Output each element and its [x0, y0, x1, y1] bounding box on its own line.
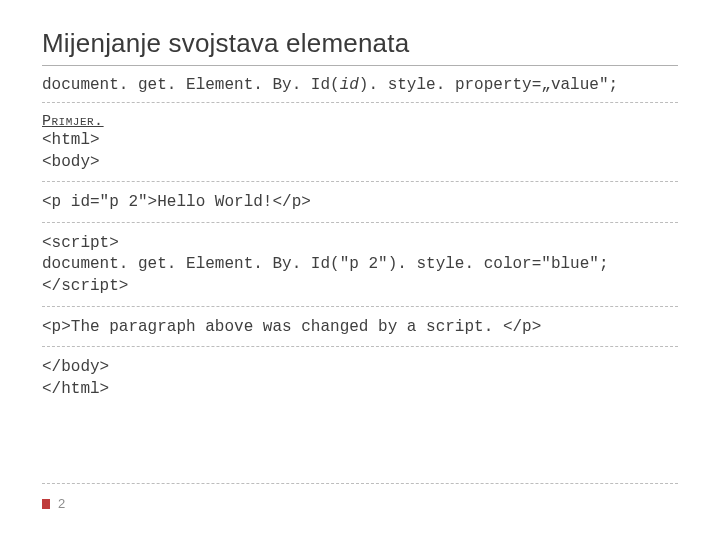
- code-line-4: <script>: [42, 234, 119, 252]
- code-line-3: <p id="p 2">Hello World!</p>: [42, 193, 311, 211]
- code-line-1: <html>: [42, 131, 100, 149]
- divider-dashed-3: [42, 222, 678, 223]
- code-block-htmlclose: </body> </html>: [42, 357, 678, 400]
- code-line-8: </body>: [42, 358, 109, 376]
- code-line-6: </script>: [42, 277, 128, 295]
- example-label: Primjer.: [42, 113, 678, 130]
- code-block-script: <script> document. get. Element. By. Id(…: [42, 233, 678, 298]
- code-line-9: </html>: [42, 380, 109, 398]
- code-line-2: <body>: [42, 153, 100, 171]
- page-number: 2: [58, 496, 65, 511]
- divider-dashed-4: [42, 306, 678, 307]
- divider-dashed-5: [42, 346, 678, 347]
- accent-icon: [42, 499, 50, 509]
- code-block-p2: <p>The paragraph above was changed by a …: [42, 317, 678, 339]
- syntax-line: document. get. Element. By. Id(id). styl…: [42, 76, 678, 94]
- code-block-htmlopen: <html> <body>: [42, 130, 678, 173]
- divider-strong: [42, 65, 678, 66]
- divider-dashed-footer: [42, 483, 678, 484]
- footer: 2: [42, 483, 678, 512]
- slide-title: Mijenjanje svojstava elemenata: [42, 28, 678, 59]
- slide: Mijenjanje svojstava elemenata document.…: [0, 0, 720, 540]
- syntax-prefix: document. get. Element. By. Id(: [42, 76, 340, 94]
- divider-dashed-2: [42, 181, 678, 182]
- syntax-suffix: ). style. property=„value";: [359, 76, 618, 94]
- code-block-p1: <p id="p 2">Hello World!</p>: [42, 192, 678, 214]
- code-line-7: <p>The paragraph above was changed by a …: [42, 318, 541, 336]
- code-line-5: document. get. Element. By. Id("p 2"). s…: [42, 255, 609, 273]
- syntax-arg: id: [340, 76, 359, 94]
- divider-dashed-1: [42, 102, 678, 103]
